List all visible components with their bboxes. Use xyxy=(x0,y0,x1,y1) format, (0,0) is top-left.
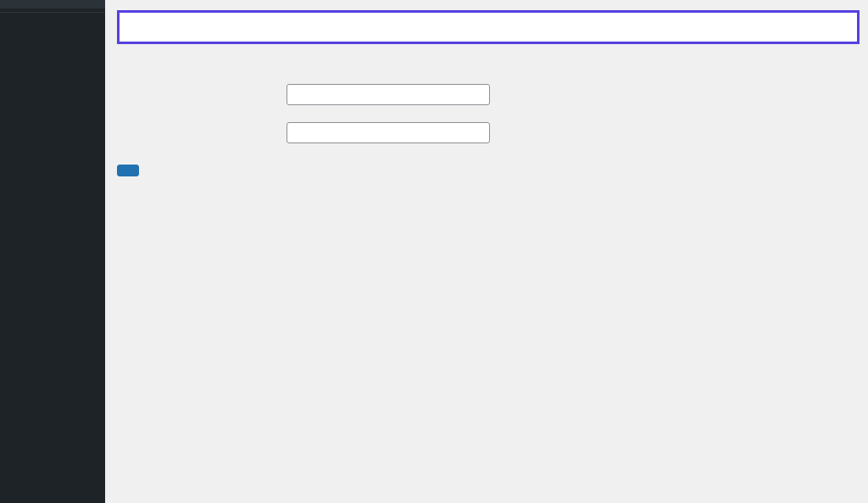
save-button[interactable] xyxy=(117,165,139,176)
admin-sidebar xyxy=(0,0,105,503)
main-content xyxy=(105,0,868,503)
common-settings-box xyxy=(117,10,860,44)
tag-base-input[interactable] xyxy=(287,122,490,143)
optional-description xyxy=(117,56,860,69)
category-base-input[interactable] xyxy=(287,84,490,105)
settings-submenu xyxy=(0,0,105,8)
